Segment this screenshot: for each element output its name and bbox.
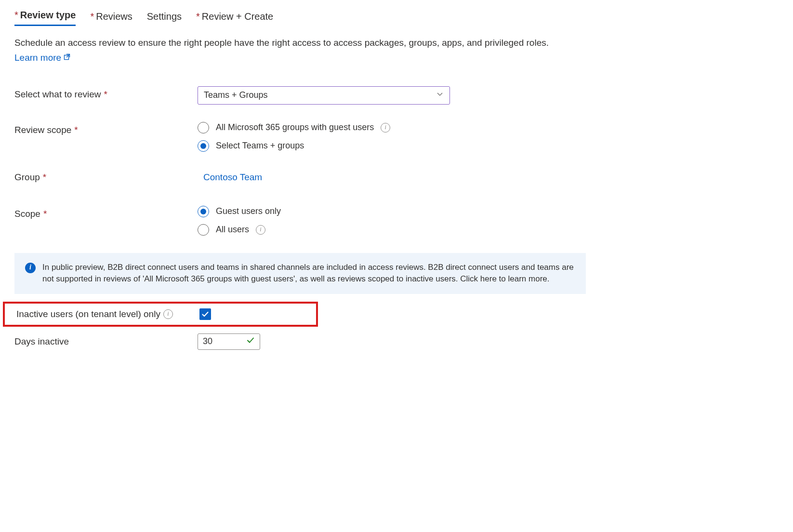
label-scope: Scope * [14, 206, 198, 219]
required-marker: * [14, 10, 18, 21]
tab-label: Review + Create [202, 11, 273, 22]
days-inactive-input[interactable]: 30 [198, 333, 260, 350]
radio-label: All Microsoft 365 groups with guest user… [216, 122, 374, 133]
label-days-inactive: Days inactive [14, 336, 198, 347]
tab-review-type[interactable]: * Review type [14, 10, 76, 26]
inactive-users-checkbox[interactable] [199, 308, 211, 320]
select-value: Teams + Groups [204, 90, 268, 100]
check-icon [246, 336, 255, 347]
tab-review-create[interactable]: * Review + Create [196, 11, 273, 26]
external-link-icon [63, 53, 71, 63]
required-marker: * [43, 209, 47, 219]
tab-settings[interactable]: Settings [147, 11, 182, 26]
row-review-scope: Review scope * All Microsoft 365 groups … [14, 122, 593, 152]
info-icon[interactable]: i [381, 123, 390, 133]
radio-select-teams-groups[interactable]: Select Teams + groups [198, 140, 593, 152]
info-circle-icon: i [25, 263, 36, 273]
tab-label: Review type [20, 10, 76, 21]
highlight-box: Inactive users (on tenant level) only i [3, 302, 318, 327]
preview-info-box: i In public preview, B2B direct connect … [14, 253, 586, 294]
radio-label: Guest users only [216, 206, 281, 216]
info-box-text: In public preview, B2B direct connect us… [42, 262, 575, 285]
tab-reviews[interactable]: * Reviews [90, 11, 132, 26]
radio-all-users[interactable]: All users i [198, 224, 593, 236]
row-select-what: Select what to review * Teams + Groups [14, 86, 593, 105]
label-review-scope: Review scope * [14, 122, 198, 135]
learn-more-label: Learn more [14, 53, 61, 63]
required-marker: * [43, 172, 46, 183]
label-select-what: Select what to review * [14, 86, 198, 100]
required-marker: * [104, 89, 107, 100]
radio-guest-users-only[interactable]: Guest users only [198, 206, 593, 217]
learn-more-link[interactable]: Learn more [14, 53, 71, 63]
required-marker: * [74, 125, 78, 135]
tabs-bar: * Review type * Reviews Settings * Revie… [14, 10, 779, 26]
radio-icon [198, 224, 209, 236]
group-link[interactable]: Contoso Team [203, 169, 262, 183]
info-icon[interactable]: i [163, 309, 173, 319]
radio-label: Select Teams + groups [216, 141, 304, 151]
row-days-inactive: Days inactive 30 [14, 333, 593, 350]
label-inactive-users: Inactive users (on tenant level) only i [16, 309, 199, 319]
row-group: Group * Contoso Team [14, 169, 593, 183]
info-icon[interactable]: i [256, 225, 265, 235]
radio-icon [198, 122, 209, 133]
radio-icon [198, 206, 209, 217]
radio-all-m365-guest[interactable]: All Microsoft 365 groups with guest user… [198, 122, 593, 133]
required-marker: * [196, 11, 200, 22]
days-inactive-value: 30 [203, 336, 212, 346]
required-marker: * [90, 11, 94, 22]
label-group: Group * [14, 169, 198, 183]
chevron-down-icon [436, 90, 444, 100]
radio-icon [198, 140, 209, 152]
radio-label: All users [216, 225, 249, 235]
tab-label: Settings [147, 11, 182, 22]
select-what-dropdown[interactable]: Teams + Groups [198, 86, 450, 105]
row-scope: Scope * Guest users only All users i [14, 206, 593, 236]
tab-label: Reviews [96, 11, 132, 22]
intro-text: Schedule an access review to ensure the … [14, 37, 689, 50]
